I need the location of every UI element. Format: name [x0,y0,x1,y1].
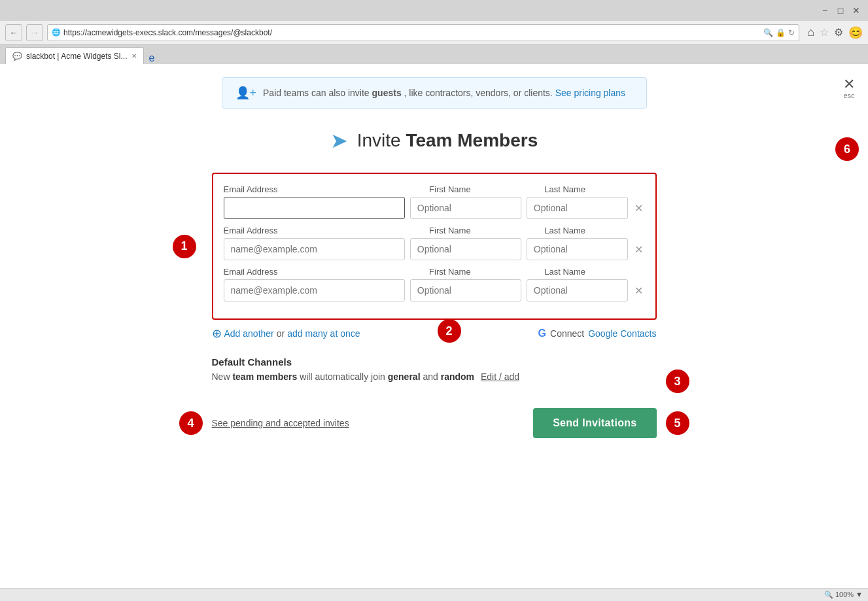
default-channels-heading: Default Channels [212,356,657,368]
address-icon: 🌐 [52,28,61,37]
form-wrapper: 1 Email Address First Name Last Name ✕ [212,173,657,320]
add-person-icon: 👤+ [235,86,257,100]
last-name-input-2[interactable] [527,238,628,260]
bottom-actions: 4 See pending and accepted invites Send … [212,408,657,438]
pricing-plans-link[interactable]: See pricing plans [555,88,625,98]
send-icon: ➤ [330,128,348,153]
default-channels-text: New team members will automatically join… [212,371,657,382]
badge-1: 1 [173,235,196,258]
close-icon: ✕ [843,77,855,92]
gear-icon[interactable]: ⚙ [834,26,843,39]
address-bar[interactable]: 🌐 https://acmewidgets-execs.slack.com/me… [47,24,799,41]
first-name-label-2: First Name [429,226,539,235]
page-content: 👤+ Paid teams can also invite guests , l… [0,64,868,451]
form-labels-1: Email Address First Name Last Name [224,184,645,194]
last-name-input-1[interactable] [527,197,628,219]
send-area: Send Invitations 5 [533,408,656,438]
badge-2: 2 [438,319,461,343]
title-bar: − □ ✕ [0,0,868,21]
invite-form: Email Address First Name Last Name ✕ Ema… [212,173,657,320]
send-invitations-button[interactable]: Send Invitations [533,408,656,438]
last-name-input-3[interactable] [527,279,628,301]
email-label-1: Email Address [224,184,425,194]
status-bar: 🔍 100% ▼ [0,588,868,601]
close-button[interactable]: ✕ [850,4,863,17]
ie-logo: e [149,52,155,64]
default-channels-section: 3 Default Channels New team members will… [212,356,657,382]
remove-row-3-button[interactable]: ✕ [633,284,645,297]
form-inputs-2: ✕ [224,238,645,260]
back-button[interactable]: ← [5,24,22,41]
refresh-icon: ↻ [788,28,795,37]
badge-3: 3 [666,369,689,393]
first-name-input-3[interactable] [410,279,521,301]
smiley-icon: 😊 [848,26,863,40]
last-name-label-3: Last Name [544,267,644,277]
form-inputs-3: ✕ [224,279,645,301]
home-icon[interactable]: ⌂ [807,26,814,39]
zoom-level: 🔍 100% ▼ [824,591,863,599]
google-contacts-link[interactable]: Google Contacts [588,328,656,339]
form-row-1: Email Address First Name Last Name ✕ [224,184,645,219]
forward-button[interactable]: → [26,24,43,41]
active-tab[interactable]: 💬 slackbot | Acme Widgets Sl... ✕ [5,47,144,64]
first-name-input-2[interactable] [410,238,521,260]
page-title-area: ➤ Invite Team Members [330,128,538,153]
first-name-input-1[interactable] [410,197,521,219]
lock-icon: 🔒 [776,28,786,37]
esc-label: esc [843,92,854,99]
tab-label: slackbot | Acme Widgets Sl... [26,52,128,61]
minimize-button[interactable]: − [818,4,831,17]
tab-favicon: 💬 [12,52,22,61]
last-name-label-1: Last Name [544,184,644,194]
nav-bar: ← → 🌐 https://acmewidgets-execs.slack.co… [0,21,868,44]
content-area: ✕ esc 6 👤+ Paid teams can also invite gu… [0,64,868,588]
edit-add-link[interactable]: Edit / add [481,371,519,382]
form-labels-2: Email Address First Name Last Name [224,226,645,235]
email-input-2[interactable] [224,238,405,260]
email-label-2: Email Address [224,226,425,235]
form-labels-3: Email Address First Name Last Name [224,267,645,277]
maximize-button[interactable]: □ [834,4,847,17]
email-label-3: Email Address [224,267,425,277]
esc-button[interactable]: ✕ esc [843,77,855,99]
pending-invites-link[interactable]: See pending and accepted invites [212,418,349,428]
add-another-icon: ⊕ [212,326,222,341]
email-input-3[interactable] [224,279,405,301]
form-inputs-1: ✕ [224,197,645,219]
last-name-label-2: Last Name [544,226,644,235]
google-connect-area: G Connect Google Contacts [538,328,657,339]
badge-4-wrapper: 4 See pending and accepted invites [212,418,349,428]
search-icon: 🔍 [763,28,773,37]
badge-5: 5 [666,411,689,435]
add-many-link[interactable]: add many at once [287,328,360,339]
form-actions: ⊕ Add another or add many at once 2 G Co… [212,326,657,341]
add-actions-area: ⊕ Add another or add many at once [212,326,360,341]
badge-6: 6 [835,137,859,161]
url-text: https://acmewidgets-execs.slack.com/mess… [63,28,761,37]
first-name-label-3: First Name [429,267,539,277]
form-row-3: Email Address First Name Last Name ✕ [224,267,645,301]
tab-bar: 💬 slackbot | Acme Widgets Sl... ✕ e [0,44,868,64]
remove-row-2-button[interactable]: ✕ [633,243,645,256]
form-row-2: Email Address First Name Last Name ✕ [224,226,645,260]
page-title: Invite Team Members [357,130,538,151]
badge-4: 4 [179,411,203,435]
add-another-link[interactable]: Add another [224,328,274,339]
star-icon[interactable]: ☆ [820,26,829,39]
banner-text: Paid teams can also invite guests , like… [263,88,625,98]
remove-row-1-button[interactable]: ✕ [633,202,645,215]
first-name-label-1: First Name [429,184,539,194]
tab-close-button[interactable]: ✕ [131,52,137,60]
google-icon: G [538,328,546,339]
info-banner: 👤+ Paid teams can also invite guests , l… [222,77,647,109]
email-input-1[interactable] [224,197,405,219]
